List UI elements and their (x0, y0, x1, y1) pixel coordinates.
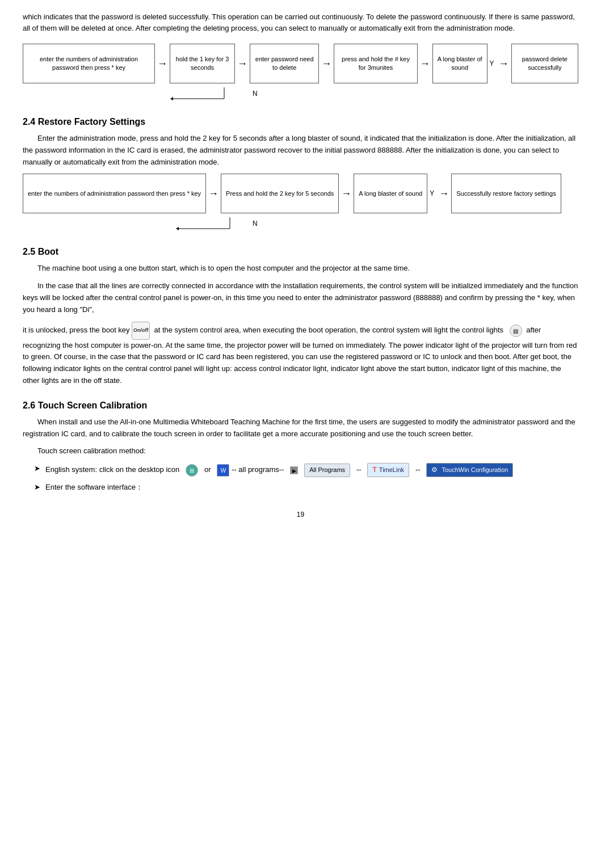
section25-heading: 2.5 Boot (23, 247, 578, 257)
box2-label: hold the 1 key for 3 seconds (175, 55, 230, 73)
section25-body1: The machine boot using a one button star… (23, 263, 578, 275)
svg-marker-2 (170, 97, 173, 100)
flow-line-1: enter the numbers of administration pass… (23, 44, 578, 83)
diagram1: enter the numbers of administration pass… (23, 44, 578, 103)
d2-arrow-2: → (339, 188, 354, 200)
arrow-3: → (319, 58, 334, 70)
arrow-2: → (235, 58, 250, 70)
n-arrow-svg-2: N (114, 214, 284, 231)
box3-label: enter password need to delete (255, 55, 314, 73)
n-feedback-1: N (114, 85, 578, 103)
touchwin-label: TouchWin Configuration (442, 465, 508, 475)
arrow-1: → (155, 58, 170, 70)
section26-heading: 2.6 Touch Screen Calibration (23, 401, 578, 411)
timelink-label: TimeLink (379, 465, 404, 475)
bullet1-suffix: -- all programs-- (232, 465, 284, 474)
y-text-2: Y (430, 189, 434, 197)
timelink-icon: T (372, 465, 376, 475)
flow-box-1: enter the numbers of administration pass… (23, 44, 155, 83)
box5-label: A long blaster of sound (438, 55, 482, 73)
section24-body: Enter the administration mode, press and… (23, 133, 578, 168)
flow-box-3: enter password need to delete (250, 44, 319, 83)
section26-body1: When install and use the All-in-one Mult… (23, 416, 578, 440)
n-feedback-2: N (114, 214, 578, 233)
bullet-arrow-2: ➤ (34, 482, 42, 494)
timelink-bar: T TimeLink (367, 463, 409, 477)
bullet-item-1: ➤ English system: click on the desktop i… (34, 463, 578, 477)
flow-box-2: hold the 1 key for 3 seconds (170, 44, 235, 83)
d2-arrow-1: → (206, 188, 221, 200)
dash1: -- (356, 465, 362, 474)
arrow-5: → (497, 58, 511, 70)
d2-box1-label: enter the numbers of administration pass… (28, 189, 201, 198)
flow-line-2: enter the numbers of administration pass… (23, 174, 578, 213)
svg-marker-6 (176, 227, 179, 230)
bullet-item-2: ➤ Enter the software interface： (34, 482, 578, 494)
svg-text:N: N (253, 90, 258, 98)
flow-box-d2-4: Successfully restore factory settings (451, 174, 561, 213)
section25-body2: In the case that all the lines are corre… (23, 280, 578, 315)
d2-box4-label: Successfully restore factory settings (456, 189, 556, 198)
desktop-icon-2: W (217, 464, 229, 477)
n-arrow-svg-1: N (114, 85, 284, 102)
intro-text: which indicates that the password is del… (23, 11, 578, 33)
section25-body3: it is unlocked, press the boot key On/of… (23, 322, 578, 387)
flow-box-5: A long blaster of sound (432, 44, 487, 83)
flow-box-d2-3: A long blaster of sound (354, 174, 427, 213)
box6-label: password delete successfully (516, 55, 573, 73)
touchwin-icon: ⚙ (431, 465, 438, 475)
touch-method-label: Touch screen calibration method: (23, 445, 578, 457)
d2-arrow-3: → (436, 188, 451, 200)
programs-arrow-icon: ▶ (290, 466, 298, 474)
y-label-1: Y (487, 60, 497, 68)
desktop-icon-1: ⊞ (186, 464, 198, 477)
bullet-arrow-1: ➤ (34, 463, 42, 475)
all-programs-bar: All Programs (304, 464, 350, 477)
svg-text:N: N (253, 220, 258, 227)
control-light-icon: ▤ (510, 325, 522, 337)
arrow-4: → (418, 58, 432, 70)
flow-box-d2-2: Press and hold the 2 key for 5 seconds (221, 174, 339, 213)
section24-heading: 2.4 Restore Factory Settings (23, 117, 578, 127)
bullet2-text: Enter the software interface： (45, 482, 143, 494)
bullet1-prefix: English system: click on the desktop ico… (45, 465, 179, 474)
flow-box-4: press and hold the # key for 3munites (334, 44, 417, 83)
touchwin-bar: ⚙ TouchWin Configuration (426, 463, 513, 477)
y-label-2: Y (427, 189, 436, 197)
d2-box2-label: Press and hold the 2 key for 5 seconds (226, 189, 334, 198)
y-text-1: Y (490, 60, 494, 68)
flow-box-d2-1: enter the numbers of administration pass… (23, 174, 206, 213)
flow-box-6: password delete successfully (511, 44, 578, 83)
diagram2: enter the numbers of administration pass… (23, 174, 578, 233)
bullet1-or: or (204, 465, 211, 474)
all-programs-label: All Programs (309, 465, 345, 475)
page-number: 19 (23, 511, 578, 519)
bullet1-content: English system: click on the desktop ico… (45, 463, 513, 477)
box4-label: press and hold the # key for 3munites (339, 55, 412, 73)
onoff-icon: On/off (132, 322, 150, 340)
d2-box3-label: A long blaster of sound (359, 189, 422, 198)
dash2: -- (415, 465, 421, 474)
box1-label: enter the numbers of administration pass… (28, 55, 150, 73)
